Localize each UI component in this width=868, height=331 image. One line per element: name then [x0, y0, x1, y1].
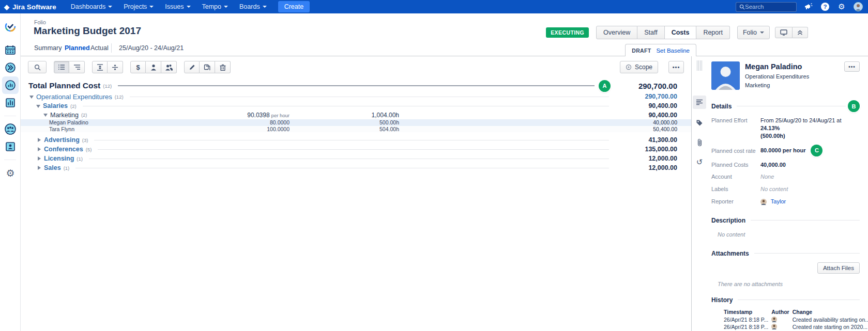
row-label[interactable]: Megan Paladino — [49, 119, 88, 125]
member-subgroup: Marketing — [745, 82, 844, 88]
bar-chart-icon[interactable] — [0, 94, 21, 112]
table-row-group[interactable]: Advertising (3) 41,300.00 — [21, 135, 691, 145]
presentation-mode-button[interactable] — [775, 27, 793, 38]
search-box[interactable] — [736, 2, 797, 12]
row-label[interactable]: Tara Flynn — [49, 126, 74, 132]
chevron-down-icon — [224, 6, 228, 10]
history-col-change: Change — [793, 309, 868, 316]
sidebar-divider — [4, 160, 16, 160]
user-avatar[interactable] — [854, 2, 863, 11]
nav-boards[interactable]: Boards — [239, 3, 267, 10]
attachments-rail-icon[interactable] — [693, 136, 706, 149]
create-button[interactable]: Create — [278, 1, 310, 12]
row-line — [130, 97, 609, 97]
chevron-down-icon[interactable] — [36, 105, 40, 110]
nav-projects[interactable]: Projects — [124, 3, 154, 10]
gear-icon[interactable]: ⚙ — [837, 2, 846, 11]
delete-button[interactable] — [215, 61, 231, 73]
date-range[interactable]: 25/Aug/20 - 24/Aug/21 — [119, 44, 184, 52]
people-view-button[interactable] — [161, 61, 177, 73]
table-row-group[interactable]: Conferences (5) 135,000.00 — [21, 145, 691, 154]
table-row-group[interactable]: Salaries (2) 90,400.00 — [21, 101, 691, 111]
donut-chart-icon[interactable] — [2, 76, 19, 94]
history-col-author: Author — [771, 309, 792, 316]
expand-all-button[interactable] — [92, 61, 108, 73]
megaphone-icon[interactable] — [804, 2, 813, 11]
table-row-member-selected[interactable]: Megan Paladino 80.0000 500.00h 40,000.00 — [21, 119, 691, 126]
tree-view-button[interactable] — [69, 61, 85, 73]
scope-button[interactable]: Scope — [620, 61, 658, 73]
row-count: (3) — [82, 137, 88, 143]
subtab-actual[interactable]: Actual — [90, 44, 109, 52]
panel-resize-handle[interactable] — [697, 60, 702, 71]
field-account: Account None — [711, 173, 860, 181]
list-view-button[interactable] — [54, 61, 69, 73]
tab-report[interactable]: Report — [696, 26, 730, 39]
team-icon[interactable] — [0, 120, 21, 138]
search-rows-button[interactable] — [28, 61, 47, 73]
tab-staff[interactable]: Staff — [637, 26, 664, 39]
attach-files-button[interactable]: Attach Files — [817, 262, 860, 274]
row-label[interactable]: Marketing — [50, 112, 79, 119]
tab-costs[interactable]: Costs — [665, 26, 697, 39]
details-rail-icon[interactable] — [693, 96, 706, 109]
table-row-subgroup[interactable]: Marketing (2) 90.0398per hour 1,004.00h … — [21, 111, 691, 119]
annotation-badge-b: B — [848, 100, 860, 112]
search-input[interactable] — [745, 4, 789, 10]
field-planned-effort: Planned Effort From 25/Aug/20 to 24/Aug/… — [711, 117, 860, 140]
nav-dashboards[interactable]: Dashboards — [71, 3, 112, 10]
set-baseline-link[interactable]: Set Baseline — [656, 48, 690, 54]
currency-view-button[interactable]: $ — [130, 61, 146, 73]
row-hours: 1,004.00h — [310, 112, 399, 119]
chevron-down-icon[interactable] — [43, 114, 48, 119]
table-row-total[interactable]: Total Planned Cost (12) A 290,700.00 — [21, 80, 691, 92]
overview-check-icon[interactable] — [0, 18, 21, 35]
attachments-section-header: Attachments — [711, 250, 860, 257]
edit-button[interactable] — [184, 61, 200, 73]
nav-issues[interactable]: Issues — [165, 3, 190, 10]
chevron-down-icon[interactable] — [29, 96, 34, 101]
chevron-right-icon[interactable] — [38, 138, 43, 142]
row-label[interactable]: Licensing — [44, 155, 74, 162]
jira-logo[interactable]: ◆ Jira Software — [4, 3, 56, 11]
collapse-header-button[interactable] — [793, 27, 808, 38]
panel-more-button[interactable]: ••• — [844, 61, 860, 72]
chevron-right-icon[interactable] — [38, 147, 43, 151]
collapse-all-button[interactable] — [108, 61, 123, 73]
chevron-right-icon[interactable] — [38, 156, 43, 161]
row-label[interactable]: Operational Expenditures — [36, 93, 112, 101]
help-icon[interactable]: ? — [820, 2, 830, 11]
subtab-summary[interactable]: Summary — [34, 44, 62, 52]
tab-overview[interactable]: Overview — [596, 26, 637, 39]
row-value: 290,700.00 — [615, 82, 677, 90]
row-label[interactable]: Conferences — [44, 146, 83, 153]
nav-tempo[interactable]: Tempo — [202, 3, 229, 10]
row-label[interactable]: Advertising — [44, 136, 80, 144]
toolbar-more-button[interactable]: ••• — [668, 61, 684, 73]
person-icon — [150, 64, 157, 71]
chevron-right-icon[interactable] — [38, 166, 43, 170]
copy-button[interactable] — [200, 61, 215, 73]
history-row: 26/Apr/21 8:18 P... Created rate startin… — [724, 323, 868, 330]
row-line — [98, 149, 609, 150]
table-row-member[interactable]: Tara Flynn 100.0000 504.00h 50,400.00 — [21, 126, 691, 133]
labels-rail-icon[interactable] — [693, 116, 706, 130]
calendar-icon[interactable] — [0, 41, 21, 59]
row-value: 90,400.00 — [615, 112, 677, 119]
author-avatar — [771, 316, 792, 323]
table-row-group[interactable]: Operational Expenditures (12) 290,700.00 — [21, 92, 691, 101]
history-rail-icon[interactable]: ↺ — [693, 155, 706, 169]
settings-gear-icon[interactable]: ⚙ — [0, 164, 21, 182]
row-label[interactable]: Sales — [44, 164, 61, 171]
person-view-button[interactable] — [146, 61, 161, 73]
fast-forward-icon[interactable] — [0, 59, 21, 76]
row-label[interactable]: Salaries — [43, 102, 68, 109]
table-row-group[interactable]: Licensing (1) 12,000.00 — [21, 154, 691, 163]
folio-dropdown[interactable]: Folio — [737, 26, 770, 39]
field-labels: Labels No content — [711, 185, 860, 193]
subtab-planned[interactable]: Planned — [65, 44, 90, 52]
member-card-icon[interactable] — [0, 138, 21, 155]
reporter-avatar — [760, 199, 767, 205]
table-row-group[interactable]: Sales (1) 12,000.00 — [21, 163, 691, 172]
reporter-link[interactable]: Taylor — [771, 198, 786, 204]
